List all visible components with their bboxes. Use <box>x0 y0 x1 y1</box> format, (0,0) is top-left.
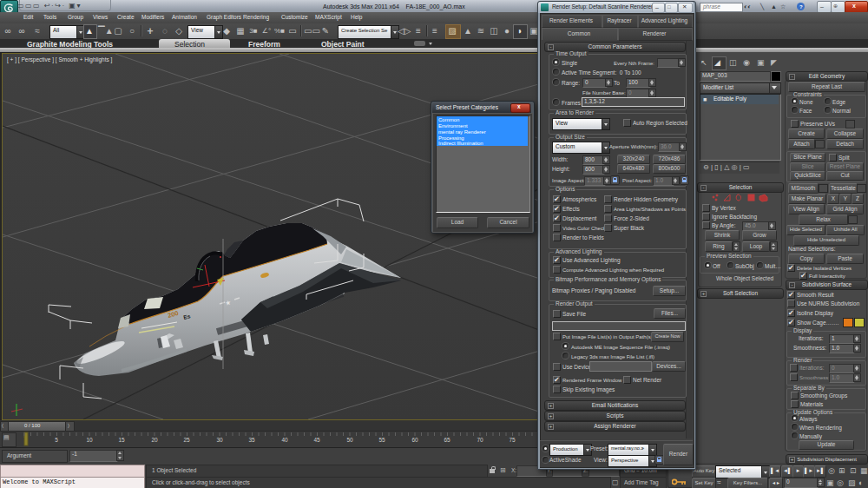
svg-text:40: 40 <box>281 437 288 443</box>
svg-text:15: 15 <box>118 437 125 443</box>
svg-text:65: 65 <box>444 437 450 443</box>
svg-text:20: 20 <box>151 437 158 443</box>
svg-text:70: 70 <box>477 437 483 443</box>
svg-text:75: 75 <box>509 437 516 443</box>
svg-text:45: 45 <box>313 437 320 443</box>
svg-text:35: 35 <box>248 437 255 443</box>
svg-text:10: 10 <box>86 437 93 443</box>
svg-text:55: 55 <box>378 437 385 443</box>
svg-text:60: 60 <box>411 437 418 443</box>
svg-text:30: 30 <box>216 437 223 443</box>
svg-text:50: 50 <box>346 437 353 443</box>
svg-text:5: 5 <box>55 437 58 443</box>
svg-text:25: 25 <box>183 437 190 443</box>
